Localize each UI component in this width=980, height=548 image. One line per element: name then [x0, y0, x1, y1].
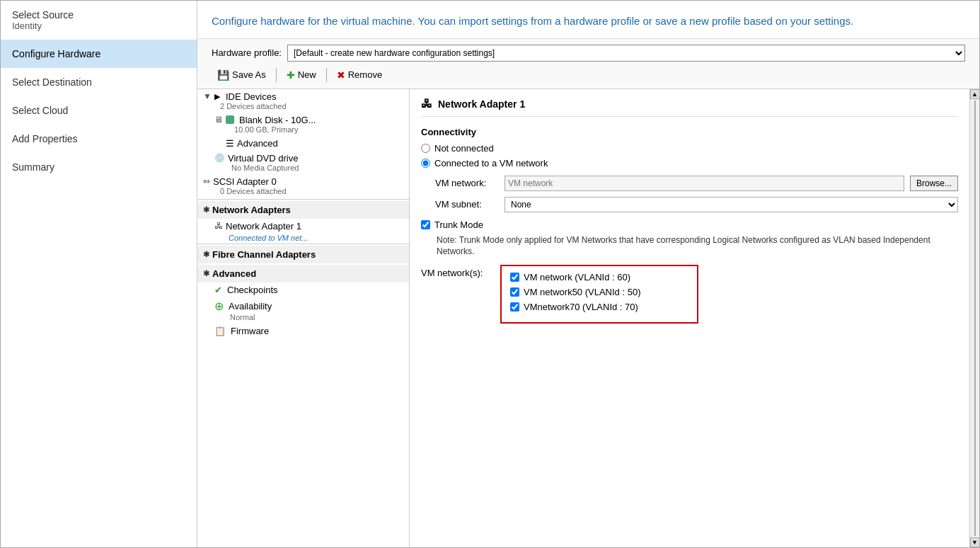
scrollbar-up[interactable]: ▲ [970, 89, 980, 99]
advanced-item[interactable]: ☰ Advanced [197, 136, 409, 151]
adapter-icon: 🖧 [214, 221, 223, 231]
vm-network-item-2: VMnetwork70 (VLANId : 70) [510, 302, 688, 312]
hardware-profile-label: Hardware profile: [212, 47, 282, 58]
disk-icon: 🖥 [214, 115, 223, 125]
scsi-sublabel: 0 Devices attached [203, 187, 403, 195]
tree-sep-2 [197, 244, 409, 244]
vm-network-input[interactable] [505, 176, 904, 191]
new-icon: ✚ [287, 69, 295, 81]
availability-label: Availability [229, 301, 272, 312]
vm-network-label: VM network: [435, 178, 499, 188]
advanced-label: Advanced [237, 138, 278, 149]
availability-item[interactable]: ⊕ Availability Normal [197, 297, 409, 324]
advanced-section[interactable]: ✱ Advanced [197, 265, 409, 282]
fibre-channel-section[interactable]: ✱ Fibre Channel Adapters [197, 246, 409, 263]
vm-network-checkbox-2[interactable] [510, 302, 519, 312]
scrollbar-track[interactable] [974, 101, 976, 537]
blank-disk-sublabel: 10.00 GB, Primary [214, 125, 403, 134]
vm-subnet-row: VM subnet: None [435, 197, 958, 212]
ide-devices-label: IDE Devices [226, 91, 277, 102]
availability-icon: ⊕ [214, 299, 224, 313]
trunk-mode-row: Trunk Mode [421, 219, 958, 230]
advanced-section-label: Advanced [212, 268, 256, 279]
toolbar-area: Hardware profile: [Default - create new … [197, 39, 979, 89]
fibre-channel-label: Fibre Channel Adapters [212, 249, 316, 260]
network-adapters-section[interactable]: ✱ Network Adapters [197, 201, 409, 219]
new-button[interactable]: ✚ New [281, 67, 322, 83]
not-connected-row: Not connected [421, 143, 958, 154]
connected-vm-row: Connected to a VM network [421, 158, 958, 169]
dvd-icon: 💿 [214, 153, 225, 163]
advanced-icon: ☰ [226, 138, 234, 149]
scsi-icon: ⇔ [203, 176, 210, 186]
sidebar-item-summary[interactable]: Summary [1, 153, 197, 181]
ide-devices-item[interactable]: ▼ ▶ IDE Devices 2 Devices attached [197, 89, 409, 113]
vm-networks-label: VM network(s): [421, 265, 492, 278]
advanced-section-icon: ✱ [203, 269, 209, 278]
sidebar: Select Source Identity Configure Hardwar… [1, 1, 197, 547]
not-connected-radio[interactable] [421, 144, 430, 153]
detail-title: Network Adapter 1 [438, 98, 525, 110]
sidebar-item-configure-hardware[interactable]: Configure Hardware [1, 40, 197, 68]
tree-sep-1 [197, 199, 409, 200]
browse-button[interactable]: Browse... [910, 176, 958, 191]
sidebar-item-select-cloud[interactable]: Select Cloud [1, 96, 197, 125]
vm-network-checkbox-0[interactable] [510, 273, 519, 282]
firmware-label: Firmware [231, 326, 269, 336]
ide-icon: ▶ [214, 92, 220, 101]
trunk-mode-section: Trunk Mode Note: Trunk Mode only applied… [421, 219, 958, 258]
checkpoints-item[interactable]: ✔ Checkpoints [197, 282, 409, 297]
scsi-label: SCSI Adapter 0 [213, 176, 277, 187]
connectivity-radio-group: Not connected Connected to a VM network [421, 143, 958, 169]
vm-networks-section: VM network(s): VM network (VLANId : 60) … [421, 265, 958, 324]
vm-network-label-1: VM network50 (VLANId : 50) [524, 287, 640, 297]
dvd-label: Virtual DVD drive [228, 153, 298, 164]
network-adapters-label: Network Adapters [212, 205, 291, 215]
vm-subnet-label: VM subnet: [435, 199, 499, 210]
connected-vm-radio[interactable] [421, 159, 430, 168]
connected-vm-label: Connected to a VM network [434, 158, 548, 169]
content-area: ▼ ▶ IDE Devices 2 Devices attached 🖥 Bla… [197, 89, 979, 548]
toolbar-buttons: 💾 Save As ✚ New ✖ Remove [212, 67, 965, 83]
dvd-sublabel: No Media Captured [214, 164, 403, 172]
toolbar-separator-2 [326, 68, 327, 82]
disk-color-icon [226, 115, 234, 124]
vm-network-checkbox-1[interactable] [510, 287, 519, 297]
sidebar-item-select-destination[interactable]: Select Destination [1, 68, 197, 96]
remove-button[interactable]: ✖ Remove [331, 67, 388, 83]
save-icon: 💾 [217, 69, 229, 81]
network-section-icon: ✱ [203, 205, 209, 215]
network-adapter1-sublabel: Connected to VM net... [197, 234, 409, 242]
remove-icon: ✖ [337, 69, 345, 81]
connectivity-label: Connectivity [421, 127, 958, 137]
main-window: Select Source Identity Configure Hardwar… [0, 0, 980, 548]
dvd-drive-item[interactable]: 💿 Virtual DVD drive No Media Captured [197, 151, 409, 174]
checkpoints-icon: ✔ [214, 285, 222, 295]
vm-networks-list: VM network (VLANId : 60) VM network50 (V… [500, 265, 698, 324]
detail-title-row: 🖧 Network Adapter 1 [421, 98, 958, 117]
vm-subnet-select[interactable]: None [505, 197, 958, 212]
trunk-note: Note: Trunk Mode only applied for VM Net… [437, 234, 958, 258]
blank-disk-item[interactable]: 🖥 Blank Disk - 10G... 10.00 GB, Primary [197, 113, 409, 136]
sidebar-item-add-properties[interactable]: Add Properties [1, 125, 197, 153]
hardware-profile-row: Hardware profile: [Default - create new … [212, 45, 965, 62]
network-adapter-icon: 🖧 [421, 98, 432, 110]
detail-panel: 🖧 Network Adapter 1 Connectivity Not con… [410, 89, 969, 548]
header-description: Configure hardware for the virtual machi… [197, 1, 979, 39]
fibre-section-icon: ✱ [203, 250, 209, 259]
blank-disk-label: Blank Disk - 10G... [239, 115, 316, 125]
not-connected-label: Not connected [434, 143, 494, 154]
trunk-mode-checkbox[interactable] [421, 220, 430, 229]
sidebar-item-select-source[interactable]: Select Source Identity [1, 1, 197, 40]
network-adapter1-item[interactable]: 🖧 Network Adapter 1 [197, 219, 409, 234]
availability-sublabel: Normal [214, 313, 403, 321]
firmware-item[interactable]: 📋 Firmware [197, 324, 409, 338]
trunk-mode-label: Trunk Mode [434, 219, 483, 230]
save-as-button[interactable]: 💾 Save As [212, 67, 272, 83]
right-scrollbar[interactable]: ▲ ▼ [969, 89, 979, 548]
hardware-profile-select[interactable]: [Default - create new hardware configura… [287, 45, 965, 62]
scsi-adapter-item[interactable]: ⇔ SCSI Adapter 0 0 Devices attached [197, 174, 409, 198]
ide-devices-sublabel: 2 Devices attached [203, 102, 403, 110]
vm-network-item-1: VM network50 (VLANId : 50) [510, 287, 688, 297]
scrollbar-down[interactable]: ▼ [970, 537, 980, 547]
